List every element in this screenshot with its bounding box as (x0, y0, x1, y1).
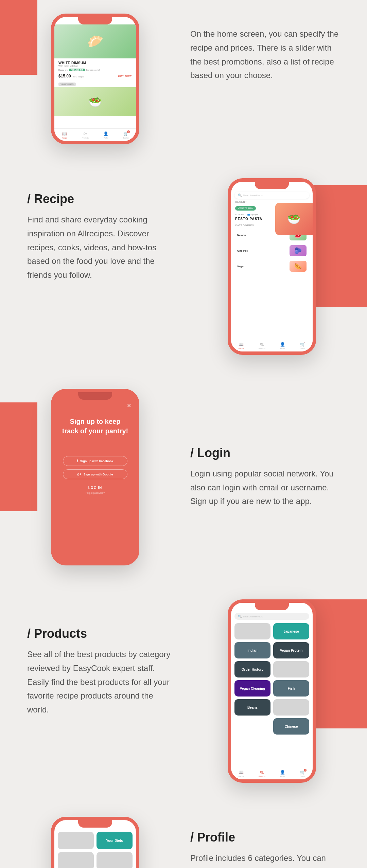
product-cell-vegan-protein[interactable]: Vegan Protein (273, 642, 309, 658)
search-icon-4: 🔍 (238, 615, 242, 618)
nav2-profile[interactable]: 👤 Profile (280, 342, 285, 349)
buy-now-button[interactable]: → BUY NOW (114, 75, 132, 77)
product-cell-gray-2 (273, 661, 309, 677)
product-price: $15.00 (58, 74, 71, 78)
product-name: WHITE DIMSUM (58, 61, 132, 65)
product-cell-japanese[interactable]: Japanese (273, 623, 309, 639)
product-cell-order-history[interactable]: Order History (234, 661, 270, 677)
based-on-label: Based on: (58, 69, 68, 71)
recipe-hero-image: 🥗 (275, 203, 313, 235)
nav4-products[interactable]: 🛍 Products (259, 770, 265, 777)
salad-image: 🥗 (54, 87, 136, 116)
nav4-basket[interactable]: 🛒2 Basket (300, 770, 305, 777)
google-icon: g+ (77, 472, 82, 476)
nav4-profile[interactable]: 👤 Profile (280, 770, 285, 777)
profile-cell-gray-3 (97, 852, 133, 868)
profile-cell-your-diets[interactable]: Your Diets (97, 832, 133, 849)
close-button[interactable]: ✕ (127, 402, 131, 409)
nav2-basket[interactable]: 🛒 Basket (300, 342, 305, 349)
products-body: See all of the best products by category… (27, 648, 177, 717)
product-cell-gray-1 (234, 623, 270, 639)
recipe-body: Find and share everyday cooking inspirat… (27, 213, 177, 282)
product-card: WHITE DIMSUM With extra ketchup Based on… (54, 58, 136, 80)
login-body: Login using popular social network. You … (190, 467, 340, 508)
product-cell-indian[interactable]: Indian (234, 642, 270, 658)
search-bar-4[interactable]: 🔍 Search methods (234, 613, 309, 620)
people-meta: 👥 3 people (247, 213, 258, 216)
product-cell-chinese[interactable]: Chinese (273, 718, 309, 735)
phone-recipe-container: 🔍 Search methods RECENT VEGETERIAN 🥗 ⏱ 2… (197, 178, 347, 355)
phone-login-container: ✕ Sign up to keep track of your pantry! … (20, 389, 170, 565)
phone-profile: Your Diets Family &Budget Order History (51, 817, 139, 868)
products-grid: Japanese Indian Vegan Protein Order Hist… (231, 623, 313, 735)
nav-profile[interactable]: 👤 Profile (103, 131, 108, 139)
profile-body: Profile includes 6 categories. You can (190, 851, 340, 865)
section-recipe: / Recipe Find and share everyday cooking… (0, 165, 367, 375)
cat-vegan[interactable]: Vegan 🌭 (234, 259, 309, 273)
ingredients-label: Ingredients: 12 (86, 69, 100, 71)
bottom-nav-2: 📖 Recipe 🛍 Products 👤 Profile 🛒 Basket (231, 339, 313, 351)
home-hero-image: 🥟 (54, 24, 136, 58)
nav-recipe[interactable]: 📖 Recipe (62, 131, 67, 139)
facebook-signup-button[interactable]: f Sign up with Facebook (63, 456, 127, 466)
phone-profile-container: Your Diets Family &Budget Order History (20, 817, 170, 868)
veg-tag: VEGETERIAN (58, 83, 76, 86)
feeling-fit-badge: FEELING FIT (69, 69, 85, 71)
facebook-icon: f (77, 459, 78, 463)
profile-title: / Profile (190, 830, 340, 845)
section4-text: / Products See all of the best products … (20, 599, 184, 730)
product-cell-vegan-cleaning[interactable]: Vegan Cleaning (234, 680, 270, 697)
product-cell-fish[interactable]: Fish (273, 680, 309, 697)
phone-login: ✕ Sign up to keep track of your pantry! … (51, 389, 139, 565)
phone-home: 🥟 WHITE DIMSUM With extra ketchup Based … (51, 14, 139, 144)
section3-text: / Login Login using popular social netwo… (184, 432, 347, 522)
price-sub: for 3 people (73, 76, 84, 78)
nav2-recipe[interactable]: 📖 Recipe (239, 342, 244, 349)
search-bar-2[interactable]: 🔍 Search methods (234, 192, 309, 199)
product-cell-gray-3 (273, 699, 309, 716)
phone-notch-5 (78, 820, 112, 828)
section1-description: On the home screen, you can specify the … (190, 27, 340, 83)
nav-products[interactable]: 🛍 Products (82, 131, 89, 139)
phone-products: 🔍 Search methods Japanese Indian Vegan P… (228, 599, 316, 783)
bottom-nav-4: 📖 Recipe 🛍 Products 👤 Profile 🛒2 Basket (231, 767, 313, 779)
section5-text: / Profile Profile includes 6 categories.… (184, 817, 347, 868)
section-home: 🥟 WHITE DIMSUM With extra ketchup Based … (0, 0, 367, 165)
products-title: / Products (27, 627, 177, 641)
search-icon-2: 🔍 (238, 194, 242, 197)
phone-notch-3 (78, 392, 112, 400)
section-products: / Products See all of the best products … (0, 586, 367, 803)
login-link[interactable]: LOG IN (88, 486, 102, 490)
login-title: / Login (190, 446, 340, 460)
phone-products-container: 🔍 Search methods Japanese Indian Vegan P… (197, 599, 347, 783)
time-meta: ⏱ 25 min (235, 213, 244, 216)
profile-cell-gray-1 (58, 832, 94, 849)
section-profile: Your Diets Family &Budget Order History … (0, 803, 367, 868)
search-placeholder-4: Search methods (243, 615, 263, 618)
section1-text: On the home screen, you can specify the … (184, 14, 347, 96)
nav-basket[interactable]: 🛒2 Basket (123, 131, 128, 139)
profile-grid: Your Diets Family &Budget Order History (54, 828, 136, 868)
product-sub: With extra ketchup (58, 65, 132, 67)
nav2-products[interactable]: 🛍 Products (259, 342, 265, 349)
nav4-recipe[interactable]: 📖 Recipe (239, 770, 244, 777)
section-login: ✕ Sign up to keep track of your pantry! … (0, 375, 367, 586)
signup-title: Sign up to keep track of your pantry! (61, 417, 129, 436)
cat-image-one-pot: 🫐 (290, 245, 307, 256)
cat-image-vegan: 🌭 (290, 261, 307, 272)
phone-notch-4 (255, 603, 289, 610)
product-cell-beans[interactable]: Beans (234, 699, 270, 716)
recipe-title: / Recipe (27, 192, 177, 206)
section2-text: / Recipe Find and share everyday cooking… (20, 178, 184, 296)
clock-icon: ⏱ (235, 214, 237, 216)
google-signup-button[interactable]: g+ Sign up with Google (63, 469, 127, 479)
cat-one-pot[interactable]: One Pot 🫐 (234, 243, 309, 258)
people-icon: 👥 (247, 213, 250, 216)
profile-cell-gray-2 (58, 852, 94, 868)
forgot-password-link[interactable]: Forgot password? (86, 492, 105, 494)
search-placeholder-2: Search methods (243, 194, 263, 197)
bottom-nav: 📖 Recipe 🛍 Products 👤 Profile 🛒2 Basket (54, 128, 136, 141)
phone-notch-2 (255, 182, 289, 189)
phone-notch (78, 17, 112, 24)
vegeteran-tag-2[interactable]: VEGETERIAN (235, 206, 256, 211)
